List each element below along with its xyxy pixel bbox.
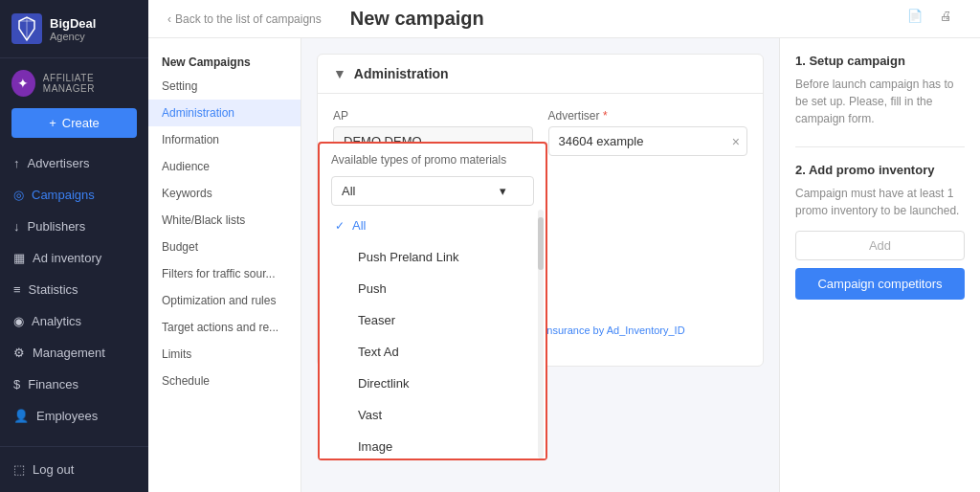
ad-inventory-label: Ad inventory bbox=[33, 251, 101, 265]
step2-section: 2. Add promo inventory Campaign must hav… bbox=[795, 163, 965, 300]
subnav-budget[interactable]: Budget bbox=[148, 234, 301, 260]
ad-inventory-icon: ▦ bbox=[13, 251, 25, 265]
subnav-filters[interactable]: Filters for traffic sour... bbox=[148, 260, 301, 287]
finances-label: Finances bbox=[28, 377, 78, 391]
advertiser-input[interactable] bbox=[548, 126, 748, 156]
subnav-keywords[interactable]: Keywords bbox=[148, 180, 301, 207]
dropdown-option-text-ad[interactable]: Text Ad bbox=[320, 336, 546, 368]
form-grid: AP Advertiser * × bbox=[318, 94, 763, 171]
step2-title: 2. Add promo inventory bbox=[795, 163, 965, 177]
dropdown-option-directlink[interactable]: Directlink bbox=[320, 368, 546, 399]
dropdown-option-push-preland[interactable]: Push Preland Link bbox=[320, 241, 546, 273]
advertiser-field-group: Advertiser * × bbox=[548, 109, 748, 156]
management-label: Management bbox=[33, 346, 105, 360]
back-link[interactable]: ‹ Back to the list of campaigns bbox=[167, 12, 322, 26]
subnav-schedule[interactable]: Schedule bbox=[148, 368, 301, 394]
content-area: New Campaigns Setting Administration Inf… bbox=[148, 38, 980, 492]
clear-advertiser-button[interactable]: × bbox=[732, 134, 740, 149]
form-area: ▼ Administration AP Advertiser * bbox=[301, 38, 779, 492]
logout-label: Log out bbox=[33, 462, 74, 477]
page-title: New campaign bbox=[350, 8, 907, 30]
campaigns-icon: ◎ bbox=[13, 188, 24, 202]
sidebar-nav: ↑ Advertisers ◎ Campaigns ↓ Publishers ▦… bbox=[0, 147, 148, 446]
subnav-information[interactable]: Information bbox=[148, 126, 301, 153]
sidebar-item-publishers[interactable]: ↓ Publishers bbox=[0, 211, 148, 242]
analytics-label: Analytics bbox=[32, 314, 81, 328]
sidebar-role-section: ✦ AFFILIATE MANAGER bbox=[0, 58, 148, 108]
publishers-label: Publishers bbox=[28, 219, 86, 234]
employees-icon: 👤 bbox=[13, 409, 29, 423]
sidebar-item-advertisers[interactable]: ↑ Advertisers bbox=[0, 147, 148, 179]
dropdown-select-box[interactable]: All ▾ bbox=[331, 176, 534, 206]
finances-icon: $ bbox=[13, 377, 20, 391]
sidebar-footer: ⬚ Log out bbox=[0, 446, 148, 492]
brand-sub: Agency bbox=[50, 31, 96, 42]
sidebar-item-employees[interactable]: 👤 Employees bbox=[0, 400, 148, 432]
sidebar-item-statistics[interactable]: ≡ Statistics bbox=[0, 274, 148, 305]
promo-materials-dropdown: Available types of promo materials All ▾… bbox=[318, 142, 547, 460]
subnav-white-black[interactable]: White/Black lists bbox=[148, 207, 301, 234]
dropdown-option-all[interactable]: ✓ All bbox=[320, 210, 546, 241]
topbar-icons: 📄 🖨 bbox=[907, 9, 961, 30]
advertiser-input-wrapper: × bbox=[548, 126, 748, 156]
add-promo-button[interactable]: Add bbox=[795, 231, 965, 260]
subnav-setting[interactable]: Setting bbox=[148, 73, 301, 100]
right-panel: 1. Setup campaign Before launch campaign… bbox=[779, 38, 980, 492]
section-title: Administration bbox=[354, 66, 449, 81]
campaign-competitors-button[interactable]: Campaign competitors bbox=[795, 268, 965, 300]
publishers-icon: ↓ bbox=[13, 219, 20, 234]
create-button[interactable]: + Create bbox=[11, 108, 137, 138]
ap-label: AP bbox=[333, 109, 533, 123]
sidebar-item-ad-inventory[interactable]: ▦ Ad inventory bbox=[0, 242, 148, 274]
subnav-limits[interactable]: Limits bbox=[148, 341, 301, 368]
scrollbar-thumb[interactable] bbox=[538, 217, 544, 270]
check-icon: ✓ bbox=[335, 219, 345, 233]
statistics-icon: ≡ bbox=[13, 282, 21, 297]
logo-icon bbox=[11, 13, 42, 44]
main-wrapper: ‹ Back to the list of campaigns New camp… bbox=[148, 0, 980, 492]
dropdown-option-push[interactable]: Push bbox=[320, 273, 546, 304]
logout-item[interactable]: ⬚ Log out bbox=[13, 457, 135, 482]
section-collapse-icon[interactable]: ▼ bbox=[333, 66, 346, 81]
management-icon: ⚙ bbox=[13, 346, 25, 360]
subnav-administration[interactable]: Administration bbox=[148, 100, 301, 126]
dropdown-list: ✓ All Push Preland Link Push bbox=[320, 210, 546, 458]
sidebar: BigDeal Agency ✦ AFFILIATE MANAGER + Cre… bbox=[0, 0, 148, 492]
logout-icon: ⬚ bbox=[13, 462, 25, 477]
dropdown-option-teaser[interactable]: Teaser bbox=[320, 304, 546, 336]
print-icon[interactable]: 🖨 bbox=[940, 9, 961, 30]
employees-label: Employees bbox=[36, 409, 98, 423]
required-star: * bbox=[603, 109, 608, 123]
back-link-label: Back to the list of campaigns bbox=[175, 12, 322, 26]
dropdown-arrow-icon: ▾ bbox=[500, 184, 506, 198]
back-arrow-icon: ‹ bbox=[167, 12, 171, 26]
create-label: Create bbox=[62, 116, 100, 130]
subnav-optimization[interactable]: Optimization and rules bbox=[148, 287, 301, 314]
role-label: AFFILIATE MANAGER bbox=[43, 73, 137, 94]
sidebar-item-analytics[interactable]: ◉ Analytics bbox=[0, 305, 148, 337]
create-plus: + bbox=[49, 116, 56, 130]
dropdown-label: Available types of promo materials bbox=[320, 144, 546, 170]
step2-desc: Campaign must have at least 1 promo inve… bbox=[795, 185, 965, 219]
file-icon[interactable]: 📄 bbox=[907, 9, 928, 30]
dropdown-option-vast[interactable]: Vast bbox=[320, 399, 546, 431]
dropdown-option-image[interactable]: Image bbox=[320, 431, 546, 458]
sidebar-item-campaigns[interactable]: ◎ Campaigns bbox=[0, 179, 148, 211]
sub-sidebar-section: New Campaigns bbox=[148, 48, 301, 73]
statistics-label: Statistics bbox=[29, 282, 78, 297]
step1-desc: Before launch campaign has to be set up.… bbox=[795, 76, 965, 127]
analytics-icon: ◉ bbox=[13, 314, 24, 328]
advertisers-label: Advertisers bbox=[28, 156, 90, 170]
scrollbar-track bbox=[538, 210, 544, 458]
section-header: ▼ Administration bbox=[318, 55, 763, 94]
panel-divider bbox=[795, 146, 965, 147]
campaigns-label: Campaigns bbox=[32, 188, 95, 202]
sidebar-item-finances[interactable]: $ Finances bbox=[0, 369, 148, 400]
step1-title: 1. Setup campaign bbox=[795, 54, 965, 68]
sidebar-item-management[interactable]: ⚙ Management bbox=[0, 337, 148, 369]
dropdown-selected-value: All bbox=[342, 184, 355, 198]
subnav-audience[interactable]: Audience bbox=[148, 153, 301, 180]
advertisers-icon: ↑ bbox=[13, 156, 20, 170]
subnav-target-actions[interactable]: Target actions and re... bbox=[148, 314, 301, 341]
advertiser-label: Advertiser * bbox=[548, 109, 748, 123]
